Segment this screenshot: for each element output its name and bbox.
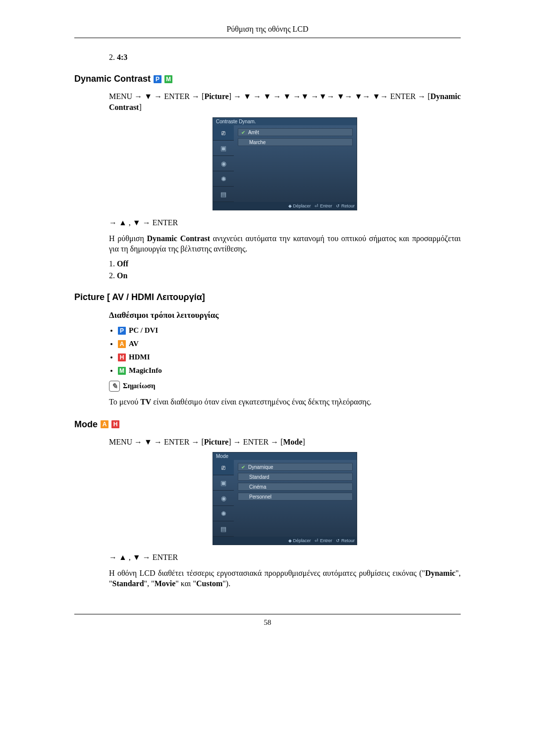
num: 2.	[109, 53, 115, 61]
p-badge-icon: P	[154, 75, 161, 83]
nav-updown: → ▲ , ▼ → ENTER	[109, 217, 461, 228]
t: Το μενού	[109, 398, 140, 406]
foot-return: Retour	[336, 203, 355, 208]
nav-updown: → ▲ , ▼ → ENTER	[109, 552, 461, 563]
desc-dynamic: Η ρύθμιση Dynamic Contrast ανιχνεύει αυτ…	[109, 233, 461, 254]
down-icon: ▼	[133, 553, 141, 561]
t: →	[327, 92, 337, 101]
t: ] →	[229, 92, 243, 101]
desc-mode: Η οθόνη LCD διαθέτει τέσσερις εργοστασια…	[109, 568, 461, 589]
t: Cinéma	[249, 484, 266, 490]
t: Picture	[204, 438, 228, 446]
osd-option: ✔Dynamique	[238, 463, 353, 471]
list-item: 1. Off	[109, 259, 461, 268]
nav-path-dynamic: MENU → ▼ → ENTER → [Picture] → ▼ → ▼ → ▼…	[109, 91, 461, 112]
osd-footer: Déplacer Entrer Retour	[213, 202, 357, 210]
t: → ENTER → [	[152, 438, 204, 446]
osd-tab-icon: ⎚	[213, 125, 234, 141]
osd-tab-icon: ⎚	[213, 460, 234, 475]
osd-option: Personnel	[238, 493, 353, 501]
label: Off	[117, 259, 128, 268]
num: 1.	[109, 259, 115, 268]
heading-dynamic-contrast: Dynamic Contrast P M	[74, 74, 461, 84]
t: Picture	[204, 92, 228, 101]
a-badge-icon: A	[118, 340, 126, 348]
down-icon: ▼	[373, 92, 380, 101]
heading-text: Picture [ AV / HDMI Λειτουργία]	[74, 292, 205, 302]
up-icon: ▲	[119, 218, 127, 227]
t: → ENTER → [	[152, 92, 204, 101]
t: Dynamique	[248, 464, 273, 470]
list-item: 2. On	[109, 271, 461, 280]
page-number: 58	[74, 614, 461, 627]
t: →	[363, 92, 373, 101]
down-icon: ▼	[283, 92, 291, 101]
t: ]	[303, 438, 305, 446]
heading-text: Dynamic Contrast	[74, 74, 151, 84]
check-icon: ✔	[241, 130, 245, 135]
nav-path-mode: MENU → ▼ → ENTER → [Picture] → ENTER → […	[109, 437, 461, 448]
down-icon: ▼	[301, 92, 309, 101]
label: MagicInfo	[129, 366, 162, 374]
osd-title: Contraste Dynam.	[213, 118, 357, 125]
osd-footer: Déplacer Entrer Retour	[213, 537, 357, 545]
osd-figure-dynamic: Contraste Dynam. ⎚ ▣ ◉ ✺ ▤ ✔Arrêt Marche…	[213, 117, 357, 210]
osd-tab-icon: ▣	[213, 141, 234, 156]
note-text: Το μενού TV είναι διαθέσιμο όταν είναι ε…	[109, 397, 461, 407]
t: MENU →	[109, 92, 144, 101]
down-icon: ▼	[243, 92, 251, 101]
osd-tab-icon: ✺	[213, 171, 234, 187]
osd-tab-icon: ▤	[213, 521, 234, 537]
list-item: MMagicInfo	[118, 366, 461, 375]
osd-tab-icon: ✺	[213, 506, 234, 521]
osd-tab-icon: ▤	[213, 187, 234, 202]
down-icon: ▼	[133, 218, 141, 227]
t: Mode	[283, 438, 303, 446]
label: AV	[129, 340, 139, 348]
osd-tab-icon: ▣	[213, 475, 234, 491]
label: PC / DVI	[129, 326, 158, 334]
note-heading: ✎ Σημείωση	[109, 381, 461, 392]
t: → ENTER → [	[380, 92, 430, 101]
list-item: AAV	[118, 340, 461, 348]
h-badge-icon: H	[111, 420, 119, 428]
t: είναι διαθέσιμο όταν είναι εγκατεστημένο…	[151, 398, 372, 406]
p-badge-icon: P	[118, 327, 126, 335]
a-badge-icon: A	[101, 420, 108, 428]
t: " και "	[175, 579, 196, 588]
list-item: PPC / DVI	[118, 326, 461, 335]
t: Custom	[196, 579, 222, 588]
up-icon: ▲	[119, 553, 127, 561]
t: TV	[140, 398, 151, 406]
label: On	[117, 271, 127, 280]
num: 2.	[109, 271, 115, 280]
note-icon: ✎	[109, 381, 120, 392]
heading-picture-avhdmi: Picture [ AV / HDMI Λειτουργία]	[74, 292, 461, 302]
t: Η οθόνη LCD διαθέτει τέσσερις εργοστασια…	[109, 569, 425, 577]
page-header: Ρύθμιση της οθόνης LCD	[74, 25, 461, 38]
t: →	[251, 92, 263, 101]
t: Standard	[112, 579, 144, 588]
osd-option: Marche	[238, 138, 353, 146]
t: Movie	[155, 579, 176, 588]
heading-text: Mode	[74, 419, 98, 430]
down-icon: ▼	[144, 92, 152, 101]
t: →	[109, 553, 119, 561]
prev-list-item: 2. 4:3	[109, 53, 461, 62]
foot-move: Déplacer	[288, 538, 311, 543]
t: Standard	[249, 474, 269, 480]
down-icon: ▼	[337, 92, 345, 101]
osd-tab-icon: ◉	[213, 156, 234, 171]
osd-option: Cinéma	[238, 483, 353, 491]
t: →	[271, 92, 283, 101]
heading-mode: Mode A H	[74, 419, 461, 430]
t: ").	[222, 579, 230, 588]
osd-figure-mode: Mode ⎚ ▣ ◉ ✺ ▤ ✔Dynamique Standard Ciném…	[213, 452, 357, 545]
down-icon: ▼	[319, 92, 327, 101]
down-icon: ▼	[355, 92, 363, 101]
t: Marche	[249, 140, 266, 145]
note-label: Σημείωση	[123, 382, 156, 390]
t: Personnel	[249, 494, 271, 500]
foot-enter: Entrer	[315, 538, 332, 543]
t: ", "	[144, 579, 155, 588]
